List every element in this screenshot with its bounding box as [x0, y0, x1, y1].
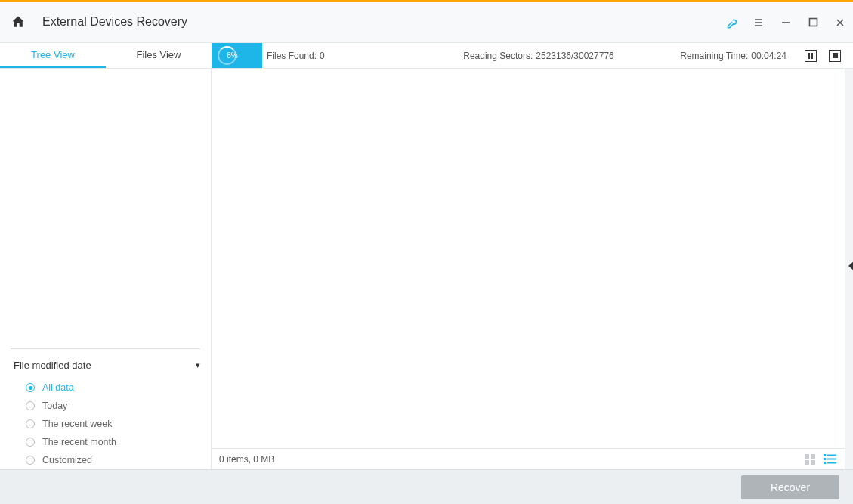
close-button[interactable]	[833, 16, 847, 29]
svg-rect-0	[809, 19, 817, 26]
status-bar: 0 items, 0 MB	[212, 448, 845, 469]
svg-rect-10	[827, 462, 836, 463]
scan-progress: 8%	[212, 43, 262, 68]
filter-option-label: The recent month	[42, 437, 116, 447]
radio-icon	[26, 401, 35, 410]
expand-arrow-icon[interactable]	[848, 261, 853, 271]
filter-option[interactable]: The recent week	[11, 415, 200, 433]
remaining-time-value: 00:04:24	[751, 51, 787, 61]
svg-rect-2	[811, 454, 815, 459]
tab-files-view[interactable]: Files View	[106, 43, 212, 68]
filter-option-label: All data	[42, 382, 74, 393]
reading-sectors: Reading Sectors: 2523136/30027776	[436, 43, 641, 68]
scan-status-row: Tree View Files View 8% Files Found: 0 R…	[0, 43, 853, 69]
svg-rect-8	[827, 458, 836, 459]
minimize-button[interactable]	[779, 16, 793, 29]
preview-rail[interactable]	[845, 69, 853, 469]
tree-panel	[0, 69, 211, 348]
svg-rect-6	[827, 454, 836, 456]
filter-option[interactable]: The recent month	[11, 433, 200, 451]
key-icon[interactable]	[725, 16, 738, 29]
reading-sectors-value: 2523136/30027776	[536, 51, 613, 61]
filter-option[interactable]: All data	[11, 379, 200, 397]
tab-tree-view[interactable]: Tree View	[0, 43, 106, 68]
stop-button[interactable]	[829, 50, 841, 62]
files-found-value: 0	[320, 51, 325, 61]
files-found: Files Found: 0	[262, 43, 436, 68]
svg-rect-3	[805, 460, 809, 465]
titlebar: External Devices Recovery	[0, 2, 853, 43]
filter-option-label: Customized	[42, 455, 92, 465]
svg-rect-4	[811, 460, 815, 465]
filter-option-label: The recent week	[42, 419, 112, 429]
reading-sectors-label: Reading Sectors:	[463, 51, 533, 61]
radio-icon	[26, 383, 35, 392]
grid-view-icon[interactable]	[804, 453, 816, 465]
progress-percent: 8%	[227, 51, 237, 60]
radio-icon	[26, 456, 35, 465]
svg-rect-1	[805, 454, 809, 459]
list-view-icon[interactable]	[824, 453, 837, 465]
svg-rect-7	[824, 458, 826, 460]
recover-button[interactable]: Recover	[741, 475, 839, 499]
filter-heading-label: File modified date	[14, 360, 91, 371]
radio-icon	[26, 419, 35, 428]
filter-option[interactable]: Today	[11, 397, 200, 415]
results-pane: 0 items, 0 MB	[212, 69, 845, 469]
svg-rect-5	[824, 454, 826, 456]
pause-button[interactable]	[805, 50, 817, 62]
maximize-button[interactable]	[806, 16, 820, 29]
filter-option-label: Today	[42, 400, 67, 411]
chevron-down-icon: ▾	[196, 360, 200, 370]
status-summary: 0 items, 0 MB	[219, 454, 274, 465]
footer: Recover	[0, 469, 853, 504]
files-found-label: Files Found:	[267, 51, 317, 61]
sidebar: File modified date ▾ All dataTodayThe re…	[0, 69, 212, 469]
remaining-time-label: Remaining Time:	[680, 51, 748, 61]
menu-icon[interactable]	[752, 16, 765, 29]
filter-option[interactable]: Customized	[11, 451, 200, 469]
filter-heading[interactable]: File modified date ▾	[11, 355, 200, 379]
radio-icon	[26, 438, 35, 447]
page-title: External Devices Recovery	[42, 15, 187, 29]
svg-rect-9	[824, 462, 826, 464]
home-icon[interactable]	[11, 14, 26, 29]
remaining-time: Remaining Time: 00:04:24	[641, 43, 793, 68]
